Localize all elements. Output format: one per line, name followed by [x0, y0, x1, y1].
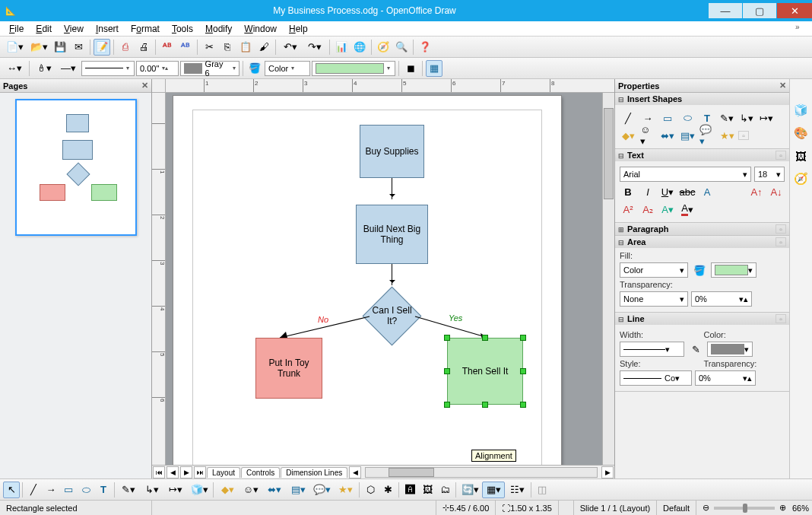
shape-build[interactable]: Build Next Big Thing	[356, 205, 428, 264]
shape-toy-trunk[interactable]: Put In Toy Trunk	[255, 338, 322, 399]
canvas[interactable]: Buy Supplies Build Next Big Thing Can I …	[166, 93, 614, 465]
fill-type-combo[interactable]: Color▾	[620, 262, 688, 278]
paragraph-more-icon[interactable]: ▫	[776, 224, 786, 234]
underline-button[interactable]: U▾	[659, 184, 676, 199]
shape-buy-supplies[interactable]: Buy Supplies	[360, 125, 424, 178]
line-color-combo2[interactable]: ▾	[707, 342, 753, 357]
export-pdf-button[interactable]: ⎙	[117, 39, 134, 56]
shape-line-icon[interactable]: ╱	[620, 110, 636, 126]
spellcheck-button[interactable]: ᴬᴮ	[159, 39, 176, 56]
line-width-combo2[interactable]: ▾	[620, 342, 684, 357]
glue-tool[interactable]: ✱	[379, 482, 396, 498]
strip-styles-icon[interactable]: 🎨	[793, 125, 810, 141]
strike-button[interactable]: abc	[679, 184, 696, 199]
text-more-icon[interactable]: ▫	[776, 151, 786, 160]
menu-edit[interactable]: Edit	[30, 22, 58, 36]
hyperlink-button[interactable]: 🌐	[351, 39, 368, 56]
menu-tools[interactable]: Tools	[166, 22, 199, 36]
transparency-value-combo[interactable]: 0%▾▴	[691, 291, 752, 307]
gallery-tool[interactable]: 🗂	[436, 482, 453, 498]
cut-button[interactable]: ✂	[201, 39, 217, 56]
sub-button[interactable]: A₂	[639, 202, 656, 217]
email-button[interactable]: ✉	[70, 39, 87, 56]
stars-icon[interactable]: ★▾	[718, 128, 735, 143]
redo-button[interactable]: ↷▾	[303, 39, 326, 56]
shape-lines-icon[interactable]: ↦▾	[758, 110, 775, 126]
symbol-shapes-tool[interactable]: ☺▾	[239, 482, 262, 498]
shrink-font-button[interactable]: A↓	[768, 184, 785, 199]
open-button[interactable]: 📂▾	[27, 39, 50, 56]
menu-insert[interactable]: Insert	[90, 22, 125, 36]
zoom-slider[interactable]	[714, 507, 775, 510]
navigator-button[interactable]: 🧭	[375, 39, 392, 56]
select-tool[interactable]: ↖	[3, 482, 20, 498]
insert-shapes-more-icon[interactable]: ▫	[738, 131, 749, 140]
stars-tool[interactable]: ★▾	[334, 482, 357, 498]
menu-format[interactable]: Format	[125, 22, 166, 36]
minimize-button[interactable]: —	[709, 3, 742, 18]
transparency-mode-combo[interactable]: None▾	[620, 291, 688, 307]
arrow-style-button[interactable]: ↔▾	[3, 60, 26, 77]
lines-tool[interactable]: ↦▾	[164, 482, 187, 498]
line-transparency-combo[interactable]: 0%▾▴	[695, 370, 756, 386]
strip-properties-icon[interactable]: 🧊	[793, 102, 810, 119]
align-tool[interactable]: ▦▾	[482, 482, 505, 498]
extrusion-tool[interactable]: ◫	[534, 482, 550, 498]
font-name-combo[interactable]: Arial▾	[620, 167, 751, 182]
panel-button[interactable]: ▦	[426, 60, 442, 77]
menu-view[interactable]: View	[58, 22, 90, 36]
menu-overflow-icon[interactable]: »	[795, 23, 809, 35]
basic-shapes-tool[interactable]: ◆▾	[216, 482, 239, 498]
undo-button[interactable]: ↶▾	[279, 39, 302, 56]
maximize-button[interactable]: ▢	[743, 3, 776, 18]
text-tool[interactable]: T	[95, 482, 112, 498]
autospell-button[interactable]: ᴬᴮ	[177, 39, 194, 56]
tab-controls[interactable]: Controls	[241, 467, 280, 478]
copy-button[interactable]: ⎘	[219, 39, 236, 56]
line-width-combo[interactable]: 0.00"▾▴	[136, 61, 179, 76]
shape-ellipse-icon[interactable]: ⬭	[679, 110, 696, 126]
v-scrollbar-thumb[interactable]	[604, 108, 614, 199]
shape-rect-icon[interactable]: ▭	[659, 110, 676, 126]
line-style-dropdown[interactable]: —▾	[57, 60, 80, 77]
line-color-pencil-icon[interactable]: ✎	[687, 342, 704, 357]
strip-gallery-icon[interactable]: 🖼	[793, 148, 810, 164]
font-size-combo[interactable]: 18▾	[754, 167, 785, 182]
fill-mode-combo[interactable]: Color▾	[265, 61, 310, 76]
connector-tool[interactable]: ↳▾	[141, 482, 163, 498]
help-button[interactable]: ❓	[417, 39, 433, 56]
rotate-tool[interactable]: 🔄▾	[458, 482, 481, 498]
edit-button[interactable]: 📝	[94, 39, 110, 56]
shadow-text-button[interactable]: A	[699, 184, 715, 199]
flowchart-tool[interactable]: ▤▾	[287, 482, 309, 498]
arrow-2[interactable]	[392, 264, 392, 285]
shape-connector-icon[interactable]: ↳▾	[738, 110, 755, 126]
italic-button[interactable]: I	[639, 184, 656, 199]
tab-prev-button[interactable]: ◀	[167, 466, 179, 478]
menu-window[interactable]: Window	[238, 22, 283, 36]
h-scrollbar[interactable]	[365, 467, 598, 478]
zoom-in-button[interactable]: ⊕	[779, 503, 786, 513]
shape-text-icon[interactable]: T	[699, 110, 715, 126]
shape-sell-it[interactable]: Then Sell It	[447, 338, 523, 405]
symbol-shapes-icon[interactable]: ☺▾	[639, 128, 656, 143]
arrow-1[interactable]	[392, 178, 392, 199]
menu-file[interactable]: File	[3, 22, 30, 36]
save-button[interactable]: 💾	[52, 39, 68, 56]
area-more-icon[interactable]: ▫	[776, 237, 786, 246]
points-tool[interactable]: ⬡	[362, 482, 379, 498]
effects-button[interactable]: 🕯▾	[33, 60, 56, 77]
tab-last-button[interactable]: ⏭	[194, 466, 206, 478]
3d-tool[interactable]: 🧊▾	[188, 482, 211, 498]
tab-dimension-lines[interactable]: Dimension Lines	[281, 467, 347, 478]
properties-close-icon[interactable]: ✕	[779, 81, 786, 91]
h-scroll-left[interactable]: ◀	[349, 466, 361, 478]
basic-shapes-icon[interactable]: ◆▾	[620, 128, 636, 143]
menu-help[interactable]: Help	[283, 22, 314, 36]
fontwork-tool[interactable]: 🅰	[401, 482, 418, 498]
tab-layout[interactable]: Layout	[207, 467, 240, 478]
shape-arrow-icon[interactable]: →	[639, 110, 656, 126]
super-button[interactable]: A²	[620, 202, 636, 217]
print-button[interactable]: 🖨	[135, 39, 152, 56]
h-scroll-right[interactable]: ▶	[601, 466, 614, 478]
